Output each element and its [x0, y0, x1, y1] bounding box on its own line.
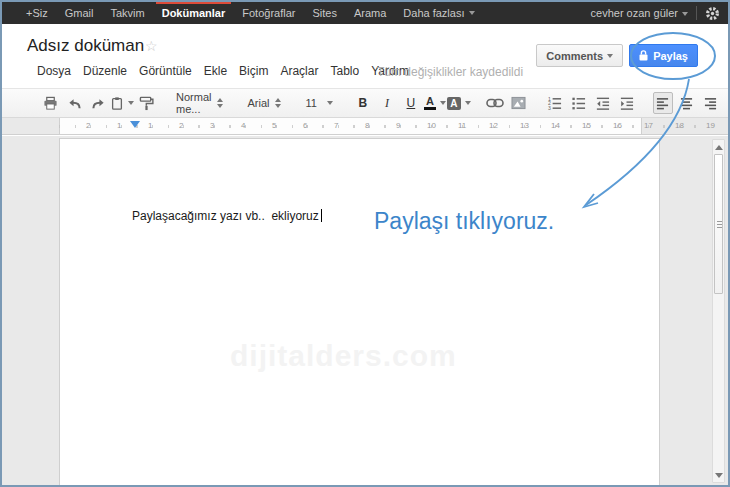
align-right-icon	[703, 97, 718, 110]
topbar-item[interactable]: Sites	[312, 2, 336, 24]
topbar-item[interactable]: Gmail	[65, 2, 94, 24]
clipboard-icon	[110, 96, 124, 111]
lock-icon	[639, 50, 648, 61]
ruler-number: 16	[613, 121, 622, 130]
ruler-number: 8	[365, 121, 369, 130]
topbar-item[interactable]: Takvim	[110, 2, 144, 24]
comments-button[interactable]: Comments	[536, 44, 623, 67]
comments-label: Comments	[546, 50, 603, 62]
menu-item[interactable]: Biçim	[239, 64, 268, 78]
bulleted-list-icon	[571, 96, 586, 111]
vertical-scrollbar[interactable]	[712, 139, 725, 483]
font-family-select[interactable]: Arial	[243, 92, 285, 114]
indent-icon	[619, 96, 634, 111]
ruler-number: 5	[272, 121, 276, 130]
highlight-color-button[interactable]: A	[449, 92, 469, 114]
italic-button[interactable]: I	[377, 92, 397, 114]
ruler-number: 15	[582, 121, 591, 130]
ruler-number: 6	[303, 121, 307, 130]
share-button[interactable]: Paylaş	[629, 44, 698, 67]
ruler-number: 11	[458, 121, 466, 130]
ruler-number: 1	[117, 121, 121, 130]
updown-icon	[275, 98, 281, 108]
insert-link-button[interactable]	[485, 92, 505, 114]
document-page[interactable]: dijitalders.com Paylaşacağımız yazı vb..…	[59, 138, 660, 487]
topbar-item[interactable]: Daha fazlası	[403, 2, 474, 24]
paint-roller-icon	[139, 96, 154, 111]
italic-label: I	[379, 96, 395, 111]
document-canvas: dijitalders.com Paylaşacağımız yazı vb..…	[2, 136, 728, 485]
topbar-item[interactable]: Dokümanlar	[162, 2, 226, 24]
paint-format-button[interactable]	[136, 92, 156, 114]
bold-button[interactable]: B	[353, 92, 373, 114]
scrollbar-thumb[interactable]	[714, 154, 723, 294]
menu-item[interactable]: Ekle	[204, 64, 227, 78]
align-center-icon	[679, 97, 694, 110]
bulleted-list-button[interactable]	[569, 92, 589, 114]
font-size-value: 11	[305, 97, 316, 109]
ruler-number: 3	[210, 121, 214, 130]
highlight-icon: A	[447, 97, 460, 110]
underline-button[interactable]: U	[401, 92, 421, 114]
outdent-icon	[595, 96, 610, 111]
menu-item[interactable]: Düzenle	[83, 64, 127, 78]
chevron-down-icon	[682, 12, 688, 16]
align-center-button[interactable]	[677, 92, 697, 114]
formatting-toolbar: Normal me... Arial 11 B I U A A 123	[2, 88, 728, 118]
topbar-item[interactable]: +Siz	[26, 2, 48, 24]
ruler-number: 10	[427, 121, 436, 130]
ruler-number: 18	[675, 121, 684, 130]
menu-item[interactable]: Tablo	[330, 64, 359, 78]
annotation-callout-text: Paylaşı tıklıyoruz.	[374, 208, 554, 235]
font-size-select[interactable]: 11	[301, 92, 336, 114]
watermark: dijitalders.com	[230, 339, 457, 373]
share-label: Paylaş	[653, 50, 688, 62]
ruler-number: 1	[148, 121, 152, 130]
printer-icon	[43, 96, 58, 111]
align-right-button[interactable]	[701, 92, 721, 114]
account-menu[interactable]: cevher ozan güler	[591, 7, 688, 19]
redo-button[interactable]	[88, 92, 108, 114]
paragraph-style-select[interactable]: Normal me...	[172, 92, 227, 114]
link-icon	[486, 98, 504, 108]
chevron-down-icon	[469, 11, 475, 15]
scrollbar-grip-icon	[717, 221, 722, 228]
topbar-item[interactable]: Arama	[354, 2, 386, 24]
menu-item[interactable]: Görüntüle	[139, 64, 192, 78]
print-button[interactable]	[40, 92, 60, 114]
insert-image-button[interactable]	[509, 92, 529, 114]
scroll-up-icon[interactable]	[715, 145, 723, 150]
chevron-down-icon	[440, 101, 446, 105]
menu-item[interactable]: Dosya	[37, 64, 71, 78]
increase-indent-button[interactable]	[617, 92, 637, 114]
topbar-item[interactable]: Fotoğraflar	[242, 2, 295, 24]
ruler[interactable]: 2112345678910111213141516171819	[2, 118, 728, 135]
doc-header: Adsız doküman ☆ Comments Paylaş DosyaDüz…	[2, 24, 728, 88]
justify-button[interactable]	[725, 92, 730, 114]
save-status: Tüm değişiklikler kaydedildi	[377, 65, 523, 79]
margin-marker-icon[interactable]	[130, 121, 140, 128]
ruler-number: 19	[706, 121, 715, 130]
decrease-indent-button[interactable]	[593, 92, 613, 114]
menu-item[interactable]: Araçlar	[280, 64, 318, 78]
updown-icon	[217, 98, 223, 108]
text-color-button[interactable]: A	[425, 92, 445, 114]
text-color-icon: A	[424, 96, 436, 110]
chevron-down-icon	[465, 101, 471, 105]
ruler-number: 13	[520, 121, 529, 130]
ruler-ticks	[59, 125, 708, 128]
document-title[interactable]: Adsız doküman	[27, 36, 144, 56]
scroll-down-icon[interactable]	[715, 473, 723, 478]
ruler-number: 17	[644, 121, 653, 130]
ruler-number: 2	[86, 121, 90, 130]
svg-text:3: 3	[548, 105, 551, 111]
undo-button[interactable]	[64, 92, 84, 114]
align-left-button[interactable]	[653, 92, 673, 114]
star-icon[interactable]: ☆	[145, 38, 158, 54]
bold-label: B	[355, 96, 371, 110]
paste-button[interactable]	[112, 92, 132, 114]
settings-button[interactable]	[705, 6, 720, 21]
menu-bar: DosyaDüzenleGörüntüleEkleBiçimAraçlarTab…	[37, 64, 409, 78]
document-text[interactable]: Paylaşacağımız yazı vb.. ekliyoruz	[132, 209, 322, 223]
numbered-list-button[interactable]: 123	[545, 92, 565, 114]
